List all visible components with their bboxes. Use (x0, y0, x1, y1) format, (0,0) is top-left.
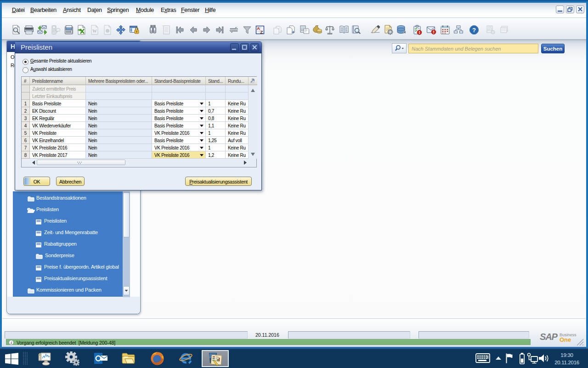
svg-text:Z: Z (260, 29, 263, 34)
svg-text:A: A (257, 26, 260, 31)
svg-text:?: ? (472, 27, 476, 34)
svg-text:W: W (92, 29, 97, 34)
